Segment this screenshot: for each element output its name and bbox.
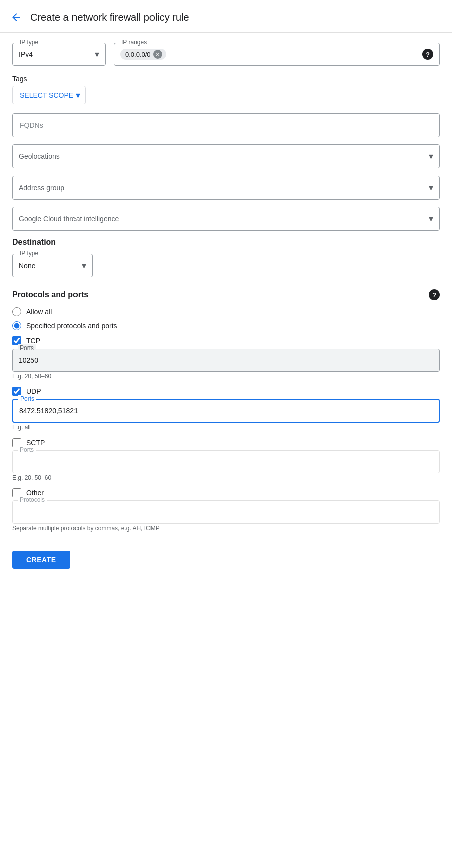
destination-title: Destination bbox=[12, 238, 440, 247]
ip-row: IP type IPv4 ▾ IP ranges 0.0.0.0/0 ✕ ? bbox=[12, 43, 440, 66]
tcp-ports-hint: E.g. 20, 50–60 bbox=[12, 373, 440, 380]
specified-protocols-row[interactable]: Specified protocols and ports bbox=[12, 321, 440, 330]
geolocations-select[interactable]: Geolocations ▾ bbox=[12, 144, 440, 168]
ip-ranges-field[interactable]: IP ranges 0.0.0.0/0 ✕ ? bbox=[114, 43, 440, 66]
tags-label: Tags bbox=[12, 75, 440, 83]
ip-type-value: IPv4 bbox=[19, 50, 91, 58]
specified-protocols-radio[interactable] bbox=[12, 321, 21, 330]
destination-ip-type-select[interactable]: None ▾ bbox=[19, 254, 86, 277]
select-scope-label: SELECT SCOPE bbox=[20, 91, 73, 99]
allow-all-radio[interactable] bbox=[12, 307, 21, 316]
destination-ip-type-label: IP type bbox=[18, 250, 40, 257]
ip-chip-value: 0.0.0.0/0 bbox=[125, 51, 151, 58]
udp-checkbox-row[interactable]: UDP bbox=[12, 387, 440, 396]
back-button[interactable] bbox=[8, 9, 24, 25]
sctp-ports-hint: E.g. 20, 50–60 bbox=[12, 474, 440, 481]
udp-label[interactable]: UDP bbox=[26, 387, 41, 395]
sctp-ports-label: Ports bbox=[18, 446, 36, 453]
protocols-section: Protocols and ports ? Allow all Specifie… bbox=[12, 289, 440, 569]
create-button[interactable]: CREATE bbox=[12, 551, 70, 569]
ip-type-chevron-icon: ▾ bbox=[95, 49, 99, 60]
select-scope-button[interactable]: SELECT SCOPE ▾ bbox=[12, 86, 86, 104]
udp-ports-input[interactable] bbox=[19, 400, 433, 422]
other-protocols-input[interactable] bbox=[19, 501, 433, 523]
geolocations-label: Geolocations bbox=[19, 152, 429, 160]
specified-protocols-label[interactable]: Specified protocols and ports bbox=[26, 322, 117, 330]
ip-chip[interactable]: 0.0.0.0/0 ✕ bbox=[120, 49, 166, 60]
geolocations-chevron-icon: ▾ bbox=[429, 151, 433, 162]
ip-type-label: IP type bbox=[18, 39, 40, 46]
protocols-title: Protocols and ports bbox=[12, 290, 88, 299]
sctp-protocol-item: SCTP Ports E.g. 20, 50–60 bbox=[12, 438, 440, 481]
allow-all-label[interactable]: Allow all bbox=[26, 308, 52, 316]
udp-checkbox[interactable] bbox=[12, 387, 21, 396]
threat-intel-select[interactable]: Google Cloud threat intelligence ▾ bbox=[12, 207, 440, 231]
udp-ports-hint: E.g. all bbox=[12, 424, 440, 431]
ip-ranges-help-icon[interactable]: ? bbox=[422, 49, 433, 60]
tcp-ports-field[interactable]: Ports bbox=[12, 349, 440, 372]
ip-chip-close-icon[interactable]: ✕ bbox=[153, 50, 162, 59]
sctp-ports-field[interactable]: Ports bbox=[12, 450, 440, 473]
allow-all-row[interactable]: Allow all bbox=[12, 307, 440, 316]
address-group-select[interactable]: Address group ▾ bbox=[12, 176, 440, 200]
sctp-label[interactable]: SCTP bbox=[26, 439, 45, 447]
tcp-label[interactable]: TCP bbox=[26, 337, 40, 345]
page-header: Create a network firewall policy rule bbox=[0, 0, 452, 33]
other-protocol-item: Other Protocols Separate multiple protoc… bbox=[12, 488, 440, 532]
destination-ip-type-chevron-icon: ▾ bbox=[82, 260, 86, 271]
protocols-help-icon[interactable]: ? bbox=[429, 289, 440, 300]
other-label[interactable]: Other bbox=[26, 489, 44, 497]
tcp-protocol-item: TCP Ports E.g. 20, 50–60 bbox=[12, 336, 440, 380]
destination-section: Destination IP type None ▾ bbox=[12, 238, 440, 277]
select-scope-arrow-icon: ▾ bbox=[76, 90, 80, 101]
ip-ranges-content: 0.0.0.0/0 ✕ ? bbox=[120, 43, 433, 65]
address-group-chevron-icon: ▾ bbox=[429, 182, 433, 193]
page-title: Create a network firewall policy rule bbox=[30, 12, 189, 23]
threat-intel-chevron-icon: ▾ bbox=[429, 213, 433, 224]
tcp-ports-input[interactable] bbox=[19, 349, 433, 371]
tcp-checkbox-row[interactable]: TCP bbox=[12, 336, 440, 345]
ip-ranges-label: IP ranges bbox=[119, 39, 149, 46]
tags-section: Tags SELECT SCOPE ▾ bbox=[12, 75, 440, 104]
sctp-checkbox-row[interactable]: SCTP bbox=[12, 438, 440, 447]
other-checkbox-row[interactable]: Other bbox=[12, 488, 440, 497]
udp-ports-field[interactable]: Ports bbox=[12, 399, 440, 423]
ip-type-select[interactable]: IPv4 ▾ bbox=[19, 43, 99, 65]
threat-intel-label: Google Cloud threat intelligence bbox=[19, 215, 429, 223]
other-protocols-field[interactable]: Protocols bbox=[12, 500, 440, 524]
other-protocols-label: Protocols bbox=[18, 496, 47, 503]
fqdns-input[interactable] bbox=[12, 113, 440, 137]
udp-protocol-item: UDP Ports E.g. all bbox=[12, 387, 440, 431]
destination-ip-type-value: None bbox=[19, 262, 82, 270]
protocols-title-row: Protocols and ports ? bbox=[12, 289, 440, 300]
udp-ports-label: Ports bbox=[18, 395, 36, 402]
sctp-ports-input[interactable] bbox=[19, 451, 433, 473]
destination-ip-type-field[interactable]: IP type None ▾ bbox=[12, 254, 93, 277]
address-group-label: Address group bbox=[19, 184, 429, 192]
tcp-ports-label: Ports bbox=[18, 344, 36, 352]
other-protocols-hint: Separate multiple protocols by commas, e… bbox=[12, 525, 440, 532]
ip-type-field[interactable]: IP type IPv4 ▾ bbox=[12, 43, 106, 66]
